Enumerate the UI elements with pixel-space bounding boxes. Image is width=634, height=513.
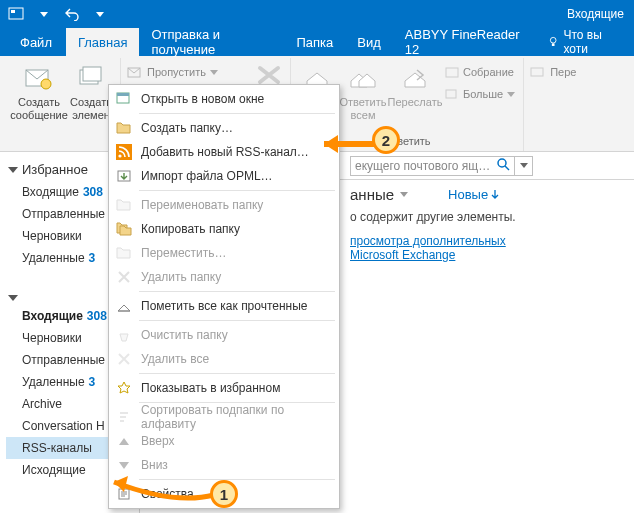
rename-icon (115, 196, 133, 214)
ctx-move-folder: Переместить… (111, 241, 337, 265)
forward-button[interactable]: Переслать (389, 60, 441, 121)
svg-rect-9 (446, 68, 458, 77)
tab-folder[interactable]: Папка (284, 28, 345, 56)
context-menu: Открыть в новом окне Создать папку… Доба… (108, 84, 340, 509)
annotation-badge-2: 2 (372, 126, 400, 154)
nav-deleted-fav-count: 3 (89, 251, 96, 265)
ctx-mark-all-read[interactable]: Пометить все как прочтенные (111, 294, 337, 318)
cleanup-icon (115, 326, 133, 344)
reply-all-button[interactable]: Ответить всем (337, 60, 389, 121)
svg-point-2 (550, 37, 556, 43)
ctx-copy-folder[interactable]: Копировать папку (111, 217, 337, 241)
search-icon[interactable] (496, 157, 510, 174)
title-bar: Входящие (0, 0, 634, 28)
move-label: Пере (550, 66, 576, 78)
quick-access-toolbar (4, 3, 112, 25)
svg-rect-11 (531, 68, 543, 76)
tab-file[interactable]: Файл (6, 28, 66, 56)
ribbon-group-new: Создать сообщение Создать элемен (4, 58, 121, 151)
tell-me[interactable]: Что вы хоти (535, 28, 634, 56)
import-icon (115, 167, 133, 185)
meeting-label: Собрание (463, 66, 514, 78)
filter-label: анные (350, 186, 394, 203)
window-title: Входящие (567, 7, 624, 21)
ignore-button[interactable]: Пропустить (127, 62, 218, 82)
ctx-import-opml[interactable]: Импорт файла OPML… (111, 164, 337, 188)
tab-send-receive[interactable]: Отправка и получение (139, 28, 284, 56)
svg-rect-10 (446, 90, 456, 98)
search-scope-dropdown[interactable] (515, 156, 533, 176)
new-folder-icon (115, 119, 133, 137)
new-items-icon (75, 62, 107, 94)
forward-label: Переслать (388, 96, 443, 109)
tab-abbyy[interactable]: ABBYY FineReader 12 (393, 28, 535, 56)
forward-icon (399, 62, 431, 94)
chevron-down-icon (507, 92, 515, 97)
chevron-down-icon[interactable] (400, 192, 408, 197)
tell-me-label: Что вы хоти (563, 28, 622, 56)
app-icon[interactable] (4, 3, 28, 25)
new-email-button[interactable]: Создать сообщение (10, 60, 68, 121)
chevron-down-icon (210, 70, 218, 75)
open-window-icon (115, 90, 133, 108)
reading-pane: о содержит другие элементы. просмотра до… (350, 210, 630, 262)
meeting-button[interactable]: Собрание (445, 62, 515, 82)
reading-line: о содержит другие элементы. (350, 210, 630, 224)
ctx-delete-folder: Удалить папку (111, 265, 337, 289)
tab-home[interactable]: Главная (66, 28, 139, 56)
more-respond-button[interactable]: Больше (445, 84, 515, 104)
ctx-sort-subfolders: Сортировать подпапки по алфавиту (111, 405, 337, 429)
delete-folder-icon (115, 268, 133, 286)
qat-dropdown-icon[interactable] (32, 3, 56, 25)
reply-all-icon (347, 62, 379, 94)
tab-view[interactable]: Вид (345, 28, 393, 56)
ribbon-tabs: Файл Главная Отправка и получение Папка … (0, 28, 634, 56)
more-label: Больше (463, 88, 503, 100)
nav-inbox-count: 308 (87, 309, 107, 323)
nav-inbox-fav-count: 308 (83, 185, 103, 199)
svg-rect-1 (11, 10, 15, 13)
search-input[interactable]: екущего почтового ящ… (350, 156, 515, 176)
collapse-icon (8, 295, 18, 301)
ribbon-group-move: Пере (524, 58, 582, 151)
ctx-new-folder[interactable]: Создать папку… (111, 116, 337, 140)
favorites-icon (115, 379, 133, 397)
move-button[interactable]: Пере (530, 62, 576, 82)
rss-icon (115, 143, 133, 161)
ignore-label: Пропустить (147, 66, 206, 78)
favorites-label: Избранное (22, 162, 88, 177)
svg-rect-15 (116, 144, 132, 160)
nav-inbox-fav-label: Входящие (22, 185, 79, 199)
svg-rect-14 (117, 93, 129, 96)
reading-link-1[interactable]: просмотра дополнительных (350, 234, 506, 248)
sort-arrow-icon (490, 189, 500, 199)
qat-customize-icon[interactable] (88, 3, 112, 25)
svg-point-16 (118, 154, 121, 157)
undo-icon[interactable] (60, 3, 84, 25)
svg-point-12 (498, 159, 506, 167)
svg-rect-0 (9, 8, 23, 19)
ctx-show-in-favorites[interactable]: Показывать в избранном (111, 376, 337, 400)
mark-read-icon (115, 297, 133, 315)
ctx-delete-all: Удалить все (111, 347, 337, 371)
sort-icon (115, 408, 133, 426)
ctx-open-new-window[interactable]: Открыть в новом окне (111, 87, 337, 111)
svg-point-5 (41, 79, 51, 89)
move-folder-icon (115, 244, 133, 262)
annotation-arrow-1 (94, 470, 224, 510)
copy-folder-icon (115, 220, 133, 238)
ctx-add-rss[interactable]: Добавить новый RSS-канал… (111, 140, 337, 164)
nav-deleted-count: 3 (89, 375, 96, 389)
lightbulb-icon (547, 35, 559, 49)
ctx-rename-folder: Переименовать папку (111, 193, 337, 217)
reading-link-2[interactable]: Microsoft Exchange (350, 248, 455, 262)
delete-all-icon (115, 350, 133, 368)
new-email-label: Создать сообщение (10, 96, 68, 121)
svg-rect-3 (552, 43, 555, 46)
ctx-cleanup-folder: Очистить папку (111, 323, 337, 347)
sort-newest[interactable]: Новые (448, 187, 500, 202)
annotation-badge-1: 1 (210, 480, 238, 508)
sort-newest-label: Новые (448, 187, 488, 202)
new-email-icon (23, 62, 55, 94)
ctx-move-up: Вверх (111, 429, 337, 453)
